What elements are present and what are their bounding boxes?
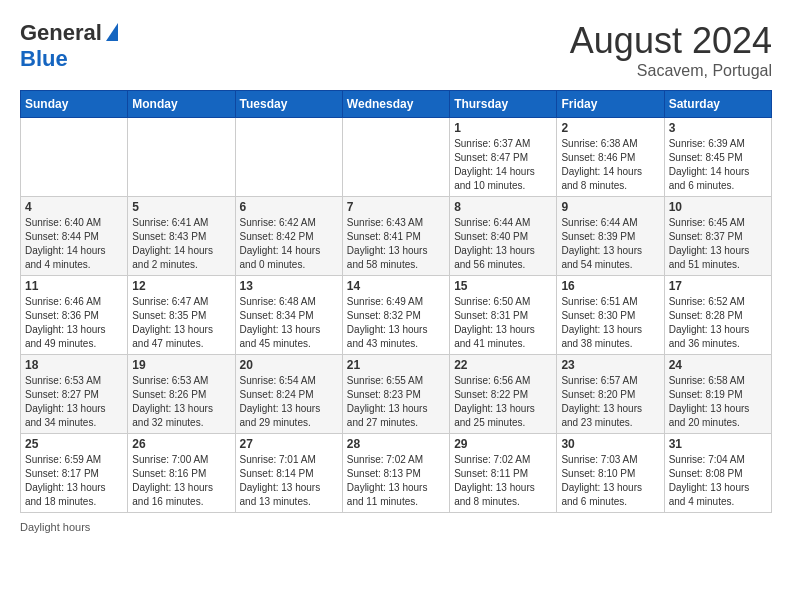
day-info: Sunrise: 6:42 AM Sunset: 8:42 PM Dayligh… (240, 216, 338, 272)
daylight-hours-label: Daylight hours (20, 521, 90, 533)
day-number: 9 (561, 200, 659, 214)
calendar-table: SundayMondayTuesdayWednesdayThursdayFrid… (20, 90, 772, 513)
calendar-col-friday: Friday (557, 91, 664, 118)
day-info: Sunrise: 6:45 AM Sunset: 8:37 PM Dayligh… (669, 216, 767, 272)
calendar-cell: 13Sunrise: 6:48 AM Sunset: 8:34 PM Dayli… (235, 276, 342, 355)
day-info: Sunrise: 6:44 AM Sunset: 8:39 PM Dayligh… (561, 216, 659, 272)
logo-general-text: General (20, 20, 102, 46)
day-number: 18 (25, 358, 123, 372)
day-info: Sunrise: 7:04 AM Sunset: 8:08 PM Dayligh… (669, 453, 767, 509)
day-number: 2 (561, 121, 659, 135)
calendar-cell: 23Sunrise: 6:57 AM Sunset: 8:20 PM Dayli… (557, 355, 664, 434)
day-info: Sunrise: 6:58 AM Sunset: 8:19 PM Dayligh… (669, 374, 767, 430)
calendar-cell: 5Sunrise: 6:41 AM Sunset: 8:43 PM Daylig… (128, 197, 235, 276)
calendar-week-row: 4Sunrise: 6:40 AM Sunset: 8:44 PM Daylig… (21, 197, 772, 276)
day-info: Sunrise: 6:48 AM Sunset: 8:34 PM Dayligh… (240, 295, 338, 351)
calendar-cell: 26Sunrise: 7:00 AM Sunset: 8:16 PM Dayli… (128, 434, 235, 513)
day-number: 10 (669, 200, 767, 214)
day-number: 30 (561, 437, 659, 451)
logo-blue-text: Blue (20, 46, 68, 72)
calendar-cell: 24Sunrise: 6:58 AM Sunset: 8:19 PM Dayli… (664, 355, 771, 434)
logo-triangle-icon (106, 23, 118, 41)
calendar-cell: 25Sunrise: 6:59 AM Sunset: 8:17 PM Dayli… (21, 434, 128, 513)
day-info: Sunrise: 6:39 AM Sunset: 8:45 PM Dayligh… (669, 137, 767, 193)
day-number: 12 (132, 279, 230, 293)
day-info: Sunrise: 6:47 AM Sunset: 8:35 PM Dayligh… (132, 295, 230, 351)
calendar-cell: 18Sunrise: 6:53 AM Sunset: 8:27 PM Dayli… (21, 355, 128, 434)
day-number: 21 (347, 358, 445, 372)
calendar-cell (21, 118, 128, 197)
day-info: Sunrise: 6:55 AM Sunset: 8:23 PM Dayligh… (347, 374, 445, 430)
calendar-week-row: 1Sunrise: 6:37 AM Sunset: 8:47 PM Daylig… (21, 118, 772, 197)
day-info: Sunrise: 6:43 AM Sunset: 8:41 PM Dayligh… (347, 216, 445, 272)
day-info: Sunrise: 6:38 AM Sunset: 8:46 PM Dayligh… (561, 137, 659, 193)
day-info: Sunrise: 6:44 AM Sunset: 8:40 PM Dayligh… (454, 216, 552, 272)
calendar-cell: 16Sunrise: 6:51 AM Sunset: 8:30 PM Dayli… (557, 276, 664, 355)
calendar-cell: 22Sunrise: 6:56 AM Sunset: 8:22 PM Dayli… (450, 355, 557, 434)
calendar-cell: 6Sunrise: 6:42 AM Sunset: 8:42 PM Daylig… (235, 197, 342, 276)
calendar-cell: 28Sunrise: 7:02 AM Sunset: 8:13 PM Dayli… (342, 434, 449, 513)
calendar-cell: 1Sunrise: 6:37 AM Sunset: 8:47 PM Daylig… (450, 118, 557, 197)
day-number: 26 (132, 437, 230, 451)
calendar-col-tuesday: Tuesday (235, 91, 342, 118)
calendar-cell: 10Sunrise: 6:45 AM Sunset: 8:37 PM Dayli… (664, 197, 771, 276)
day-info: Sunrise: 6:51 AM Sunset: 8:30 PM Dayligh… (561, 295, 659, 351)
day-number: 27 (240, 437, 338, 451)
day-info: Sunrise: 6:53 AM Sunset: 8:26 PM Dayligh… (132, 374, 230, 430)
day-number: 31 (669, 437, 767, 451)
calendar-cell: 14Sunrise: 6:49 AM Sunset: 8:32 PM Dayli… (342, 276, 449, 355)
day-number: 22 (454, 358, 552, 372)
day-info: Sunrise: 7:03 AM Sunset: 8:10 PM Dayligh… (561, 453, 659, 509)
calendar-cell: 30Sunrise: 7:03 AM Sunset: 8:10 PM Dayli… (557, 434, 664, 513)
day-info: Sunrise: 6:46 AM Sunset: 8:36 PM Dayligh… (25, 295, 123, 351)
day-info: Sunrise: 6:57 AM Sunset: 8:20 PM Dayligh… (561, 374, 659, 430)
day-info: Sunrise: 6:54 AM Sunset: 8:24 PM Dayligh… (240, 374, 338, 430)
calendar-header-row: SundayMondayTuesdayWednesdayThursdayFrid… (21, 91, 772, 118)
day-info: Sunrise: 6:37 AM Sunset: 8:47 PM Dayligh… (454, 137, 552, 193)
day-info: Sunrise: 6:59 AM Sunset: 8:17 PM Dayligh… (25, 453, 123, 509)
page-header: General Blue August 2024 Sacavem, Portug… (20, 20, 772, 80)
day-number: 25 (25, 437, 123, 451)
calendar-week-row: 18Sunrise: 6:53 AM Sunset: 8:27 PM Dayli… (21, 355, 772, 434)
day-info: Sunrise: 6:40 AM Sunset: 8:44 PM Dayligh… (25, 216, 123, 272)
day-number: 1 (454, 121, 552, 135)
footer: Daylight hours (20, 521, 772, 533)
day-number: 13 (240, 279, 338, 293)
day-info: Sunrise: 6:53 AM Sunset: 8:27 PM Dayligh… (25, 374, 123, 430)
day-number: 8 (454, 200, 552, 214)
day-number: 29 (454, 437, 552, 451)
title-block: August 2024 Sacavem, Portugal (570, 20, 772, 80)
calendar-cell: 20Sunrise: 6:54 AM Sunset: 8:24 PM Dayli… (235, 355, 342, 434)
day-info: Sunrise: 6:50 AM Sunset: 8:31 PM Dayligh… (454, 295, 552, 351)
calendar-col-saturday: Saturday (664, 91, 771, 118)
day-number: 4 (25, 200, 123, 214)
calendar-cell: 27Sunrise: 7:01 AM Sunset: 8:14 PM Dayli… (235, 434, 342, 513)
day-info: Sunrise: 6:49 AM Sunset: 8:32 PM Dayligh… (347, 295, 445, 351)
day-info: Sunrise: 6:56 AM Sunset: 8:22 PM Dayligh… (454, 374, 552, 430)
day-number: 23 (561, 358, 659, 372)
day-number: 28 (347, 437, 445, 451)
day-info: Sunrise: 6:52 AM Sunset: 8:28 PM Dayligh… (669, 295, 767, 351)
day-info: Sunrise: 7:01 AM Sunset: 8:14 PM Dayligh… (240, 453, 338, 509)
calendar-cell: 8Sunrise: 6:44 AM Sunset: 8:40 PM Daylig… (450, 197, 557, 276)
calendar-cell: 9Sunrise: 6:44 AM Sunset: 8:39 PM Daylig… (557, 197, 664, 276)
day-info: Sunrise: 7:00 AM Sunset: 8:16 PM Dayligh… (132, 453, 230, 509)
calendar-col-monday: Monday (128, 91, 235, 118)
day-number: 19 (132, 358, 230, 372)
day-info: Sunrise: 7:02 AM Sunset: 8:13 PM Dayligh… (347, 453, 445, 509)
calendar-cell: 12Sunrise: 6:47 AM Sunset: 8:35 PM Dayli… (128, 276, 235, 355)
day-info: Sunrise: 6:41 AM Sunset: 8:43 PM Dayligh… (132, 216, 230, 272)
day-number: 14 (347, 279, 445, 293)
day-info: Sunrise: 7:02 AM Sunset: 8:11 PM Dayligh… (454, 453, 552, 509)
calendar-cell: 2Sunrise: 6:38 AM Sunset: 8:46 PM Daylig… (557, 118, 664, 197)
location-subtitle: Sacavem, Portugal (570, 62, 772, 80)
day-number: 6 (240, 200, 338, 214)
calendar-week-row: 11Sunrise: 6:46 AM Sunset: 8:36 PM Dayli… (21, 276, 772, 355)
day-number: 20 (240, 358, 338, 372)
calendar-cell (342, 118, 449, 197)
calendar-cell: 19Sunrise: 6:53 AM Sunset: 8:26 PM Dayli… (128, 355, 235, 434)
day-number: 3 (669, 121, 767, 135)
day-number: 24 (669, 358, 767, 372)
day-number: 17 (669, 279, 767, 293)
calendar-col-thursday: Thursday (450, 91, 557, 118)
